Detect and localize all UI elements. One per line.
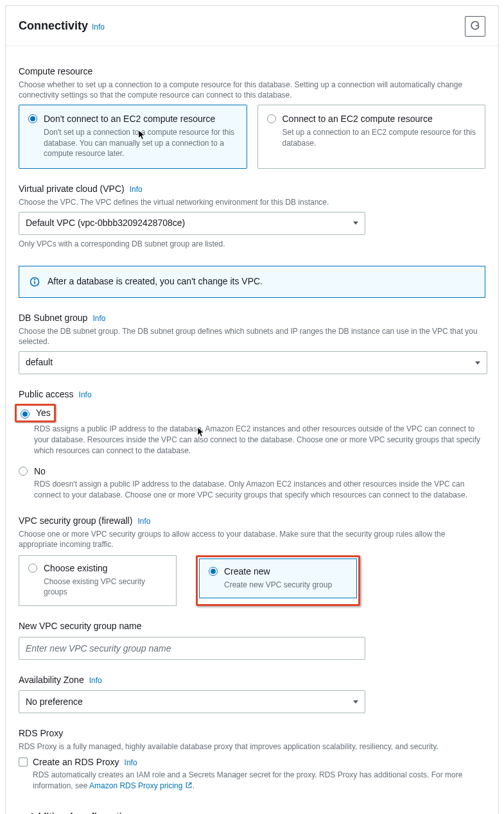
info-icon	[30, 277, 40, 287]
page-title: Connectivity Info	[19, 18, 105, 34]
chevron-down-icon	[353, 700, 358, 704]
public-access-yes-highlight: Yes	[15, 404, 56, 423]
info-link[interactable]: Info	[79, 390, 92, 401]
select-value: No preference	[26, 696, 83, 709]
info-link[interactable]: Info	[92, 313, 105, 324]
info-link[interactable]: Info	[89, 675, 102, 686]
chevron-down-icon	[353, 221, 358, 225]
radio-icon	[267, 114, 276, 123]
subnet-label: DB Subnet group Info	[19, 312, 485, 325]
az-label: Availability Zone Info	[19, 674, 485, 687]
no-desc: RDS doesn't assign a public IP address t…	[34, 479, 485, 501]
az-select[interactable]: No preference	[19, 690, 365, 713]
sg-label: VPC security group (firewall) Info	[19, 515, 485, 528]
compute-option-connect[interactable]: Connect to an EC2 compute resource Set u…	[257, 105, 486, 169]
subnet-desc: Choose the DB subnet group. The DB subne…	[19, 326, 485, 348]
radio-icon	[209, 567, 218, 576]
proxy-label: RDS Proxy	[19, 727, 485, 740]
radio-icon	[28, 114, 37, 123]
option-title: Create new	[224, 566, 332, 578]
sg-desc: Choose one or more VPC security groups t…	[19, 529, 485, 551]
compute-label: Compute resource	[19, 65, 485, 78]
yes-desc: RDS assigns a public IP address to the d…	[34, 424, 485, 456]
option-title: Connect to an EC2 compute resource	[282, 113, 476, 126]
yes-label: Yes	[36, 407, 51, 420]
additional-config-expander[interactable]: Additional configuration	[19, 811, 485, 814]
sg-create-highlight: Create new Create new VPC security group	[196, 555, 360, 606]
compute-options: Don't connect to an EC2 compute resource…	[19, 105, 485, 169]
info-link[interactable]: Info	[125, 758, 137, 768]
svg-point-2	[35, 279, 35, 280]
subnet-select[interactable]: default	[19, 351, 487, 374]
expander-label: Additional configuration	[29, 811, 133, 814]
info-link[interactable]: Info	[92, 22, 105, 33]
radio-icon	[28, 564, 37, 573]
radio-icon	[21, 410, 30, 419]
public-access-label: Public access Info	[19, 388, 485, 401]
proxy-checkbox-row: Create an RDS Proxy Info RDS automatical…	[19, 756, 485, 792]
option-desc: Choose existing VPC security groups	[44, 576, 167, 598]
option-desc: Don't set up a connection to a compute r…	[44, 127, 238, 159]
vpc-select[interactable]: Default VPC (vpc-0bbb32092428708ce)	[19, 212, 365, 235]
subnet-section: DB Subnet group Info Choose the DB subne…	[19, 312, 485, 374]
label-text: Availability Zone	[19, 674, 84, 687]
sg-option-create[interactable]: Create new Create new VPC security group	[199, 559, 357, 598]
vpc-hint: Only VPCs with a corresponding DB subnet…	[19, 239, 485, 250]
select-value: Default VPC (vpc-0bbb32092428708ce)	[26, 217, 185, 230]
cb-label: Create an RDS Proxy	[33, 756, 119, 769]
vpc-desc: Choose the VPC. The VPC defines the virt…	[19, 197, 485, 208]
option-title: Don't connect to an EC2 compute resource	[44, 113, 238, 126]
vpc-section: Virtual private cloud (VPC) Info Choose …	[19, 183, 485, 298]
no-label: No	[34, 465, 485, 478]
security-group-section: VPC security group (firewall) Info Choos…	[19, 515, 485, 606]
label-text: Virtual private cloud (VPC)	[19, 183, 125, 196]
proxy-desc: RDS Proxy is a fully managed, highly ava…	[19, 741, 485, 752]
sg-option-existing[interactable]: Choose existing Choose existing VPC secu…	[19, 555, 177, 606]
sg-name-input[interactable]	[19, 637, 365, 660]
rds-proxy-section: RDS Proxy RDS Proxy is a fully managed, …	[19, 727, 485, 792]
chevron-down-icon	[475, 361, 480, 365]
sg-options: Choose existing Choose existing VPC secu…	[19, 555, 485, 606]
label-text: Public access	[19, 388, 74, 401]
select-value: default	[26, 356, 53, 369]
create-proxy-checkbox[interactable]	[19, 758, 28, 766]
radio-icon	[19, 467, 28, 476]
compute-desc: Choose whether to set up a connection to…	[19, 80, 485, 101]
refresh-button[interactable]	[465, 16, 485, 37]
proxy-cb-label-row: Create an RDS Proxy Info	[33, 756, 485, 769]
public-access-yes[interactable]: Yes	[18, 407, 51, 420]
alert-text: After a database is created, you can't c…	[48, 275, 263, 288]
sg-name-section: New VPC security group name	[19, 620, 485, 660]
connectivity-panel: Connectivity Info Compute resource Choos…	[5, 5, 499, 814]
panel-header: Connectivity Info	[6, 6, 498, 46]
label-text: DB Subnet group	[19, 312, 87, 325]
compute-resource-section: Compute resource Choose whether to set u…	[19, 65, 485, 169]
compute-option-dont-connect[interactable]: Don't connect to an EC2 compute resource…	[19, 105, 247, 169]
refresh-icon	[470, 21, 480, 31]
vpc-alert: After a database is created, you can't c…	[19, 266, 485, 298]
option-desc: Create new VPC security group	[224, 580, 332, 591]
vpc-label: Virtual private cloud (VPC) Info	[19, 183, 485, 196]
option-desc: Set up a connection to an EC2 compute re…	[282, 127, 476, 149]
sg-name-label: New VPC security group name	[19, 620, 485, 633]
panel-body: Compute resource Choose whether to set u…	[6, 46, 498, 814]
proxy-cb-desc: RDS automatically creates an IAM role an…	[33, 770, 485, 792]
title-text: Connectivity	[19, 18, 88, 34]
info-link[interactable]: Info	[137, 516, 150, 527]
info-link[interactable]: Info	[130, 184, 143, 195]
public-access-no[interactable]: No RDS doesn't assign a public IP addres…	[19, 465, 485, 501]
desc-b: .	[193, 781, 195, 790]
label-text: VPC security group (firewall)	[19, 515, 132, 528]
az-section: Availability Zone Info No preference	[19, 674, 485, 714]
public-access-section: Public access Info Yes RDS assigns a pub…	[19, 388, 485, 501]
option-title: Choose existing	[44, 562, 167, 575]
external-link-icon	[185, 781, 193, 789]
proxy-pricing-link[interactable]: Amazon RDS Proxy pricing	[89, 781, 193, 790]
